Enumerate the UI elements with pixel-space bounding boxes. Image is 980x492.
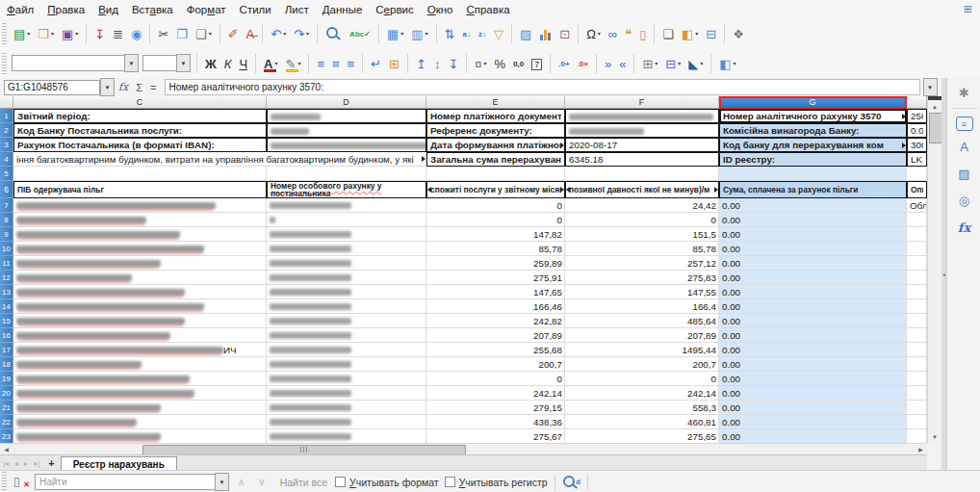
cell-D11[interactable] — [267, 256, 426, 271]
name-box-dropdown[interactable]: ▼ — [100, 78, 115, 96]
formula-input[interactable]: Номер аналітичного рахунку 3570: — [165, 79, 920, 95]
cell-E5[interactable] — [426, 167, 565, 181]
font-name-dropdown[interactable]: ▼ — [124, 54, 139, 72]
cell-E22[interactable]: 438,36 — [426, 415, 565, 429]
cell-H3[interactable]: 30046 — [907, 138, 927, 152]
row-header-15[interactable]: 15 — [0, 314, 13, 328]
center-vertically-button[interactable]: ↕ — [431, 54, 444, 73]
italic-button[interactable]: К — [221, 54, 235, 73]
cell-C8[interactable] — [13, 213, 267, 227]
insert-chart-button[interactable] — [536, 24, 554, 43]
cell-C21[interactable] — [13, 401, 267, 415]
cell-F15[interactable]: 485,64 — [565, 314, 719, 328]
cell-E17[interactable]: 255,68 — [426, 343, 565, 357]
cell-H21[interactable] — [907, 401, 927, 415]
cell-E19[interactable]: 0 — [426, 372, 565, 386]
cell-F12[interactable]: 275,83 — [565, 271, 719, 285]
row-header-9[interactable]: 9 — [0, 227, 13, 242]
cell-H1[interactable]: 25602 — [907, 109, 927, 123]
cell-D22[interactable] — [267, 415, 426, 429]
currency-format-dropdown-arrow[interactable]: ▾ — [484, 60, 487, 66]
sheet-tab-active[interactable]: Реєстр нарахувань — [61, 456, 177, 471]
autofilter-button[interactable]: ▽ — [491, 24, 506, 43]
split-window-button[interactable]: ⊟ — [703, 24, 719, 43]
cell-E14[interactable]: 166,46 — [426, 299, 565, 314]
row-header-2[interactable]: 2 — [0, 123, 13, 138]
cell-H20[interactable] — [907, 386, 927, 401]
row-header-22[interactable]: 22 — [0, 415, 13, 429]
styles-deck-icon[interactable]: A — [953, 135, 976, 158]
clear-formatting-button[interactable]: A̶ — [244, 24, 258, 43]
paste-button[interactable]: ❑▾ — [193, 24, 215, 43]
previous-sheet-button[interactable]: ◂ — [12, 455, 21, 471]
cell-D20[interactable] — [267, 386, 426, 401]
row-header-1[interactable]: 1 — [0, 109, 13, 123]
cell-G7[interactable]: 0.00 — [719, 198, 907, 213]
cell-G22[interactable]: 0.00 — [719, 415, 907, 429]
header-cell-G[interactable]: Сума, сплачена за рахунок пільги — [719, 181, 907, 198]
header-cell-F[interactable]: позивної давності якої не минув)/м — [565, 181, 719, 198]
cell-G21[interactable]: 0.00 — [719, 401, 907, 415]
cell-E7[interactable]: 0 — [426, 198, 565, 213]
cell-C11[interactable] — [13, 256, 267, 271]
cell-F22[interactable]: 460,81 — [565, 415, 719, 429]
conditional-formatting-button[interactable]: ◧▾ — [716, 54, 738, 73]
cell-E15[interactable]: 242,82 — [426, 314, 565, 328]
cell-G23[interactable]: 0.00 — [719, 429, 907, 443]
cell-F5[interactable] — [565, 167, 719, 181]
spelling-button[interactable]: Abc✓ — [347, 24, 374, 43]
insert-rows-dropdown-arrow[interactable]: ▾ — [400, 30, 403, 37]
row-header-19[interactable]: 19 — [0, 372, 13, 386]
cell-F18[interactable]: 200,7 — [565, 357, 719, 372]
cell-H13[interactable] — [907, 285, 927, 299]
grid-corner[interactable] — [0, 96, 13, 109]
sort-descending-button[interactable]: z↓ — [476, 24, 489, 43]
cell-E20[interactable]: 242,14 — [426, 386, 565, 401]
cell-G1[interactable]: Номер аналітичного рахунку 3570 — [719, 109, 907, 123]
redo-dropdown-arrow[interactable]: ▾ — [306, 30, 309, 37]
conditional-formatting-dropdown-arrow[interactable]: ▾ — [734, 60, 736, 66]
export-pdf-button[interactable]: ↧ — [91, 24, 108, 43]
row-header-23[interactable]: 23 — [0, 429, 13, 443]
align-left-button[interactable]: ≡ — [314, 54, 327, 73]
cell-G17[interactable]: 0.00 — [719, 343, 907, 357]
sort-ascending-button[interactable]: a↓ — [459, 24, 473, 43]
cell-E18[interactable]: 200,7 — [426, 357, 565, 372]
cell-E21[interactable]: 279,15 — [426, 401, 565, 415]
cell-G2[interactable]: Комісійна винагорода Банку: — [719, 123, 907, 138]
cell-G20[interactable]: 0.00 — [719, 386, 907, 401]
borders-dropdown-arrow[interactable]: ▾ — [655, 60, 658, 66]
vertical-scrollbar[interactable]: ▲ ▼ — [927, 96, 941, 443]
expand-formula-bar-button[interactable]: ▼ — [923, 78, 938, 96]
percent-format-button[interactable]: % — [492, 54, 509, 73]
cell-H2[interactable]: 0.00 — [907, 123, 927, 138]
align-right-button[interactable]: ≡ — [345, 54, 358, 73]
find-input-combo[interactable]: Найти ▼ — [35, 473, 229, 491]
cell-D13[interactable] — [267, 285, 426, 299]
cell-G11[interactable]: 0.00 — [719, 256, 907, 271]
row-header-7[interactable]: 7 — [0, 198, 13, 213]
menu-insert[interactable]: Вставка — [125, 3, 180, 16]
cut-button[interactable]: ✂ — [155, 24, 171, 43]
insert-image-button[interactable]: ▨ — [517, 24, 534, 43]
cell-C16[interactable] — [13, 328, 267, 343]
cell-F2[interactable] — [565, 123, 719, 138]
name-box[interactable]: G1:G1048576 — [4, 80, 100, 95]
column-header-G[interactable]: G — [719, 96, 907, 109]
cell-H8[interactable] — [907, 213, 927, 227]
row-header-3[interactable]: 3 — [0, 138, 13, 152]
spreadsheet-grid[interactable]: CDEFG1Звітний період:Номер платіжного до… — [0, 96, 927, 443]
cell-F17[interactable]: 1495,44 — [565, 343, 719, 357]
merge-cells-button[interactable]: ⊞ — [386, 54, 402, 73]
font-name-combo[interactable]: ▼ — [12, 54, 139, 72]
cell-D7[interactable] — [267, 198, 426, 213]
column-header-D[interactable]: D — [267, 96, 426, 109]
hyperlink-button[interactable]: ∞ — [606, 24, 620, 43]
paste-dropdown-arrow[interactable]: ▾ — [209, 30, 212, 37]
cell-C18[interactable] — [13, 357, 267, 372]
font-size-dropdown[interactable]: ▼ — [176, 54, 191, 72]
menu-tools[interactable]: Сервис — [369, 3, 420, 16]
cell-G19[interactable]: 0.00 — [719, 372, 907, 386]
cell-C15[interactable] — [13, 314, 267, 328]
new-document-button[interactable]: ▤▾ — [11, 24, 33, 43]
